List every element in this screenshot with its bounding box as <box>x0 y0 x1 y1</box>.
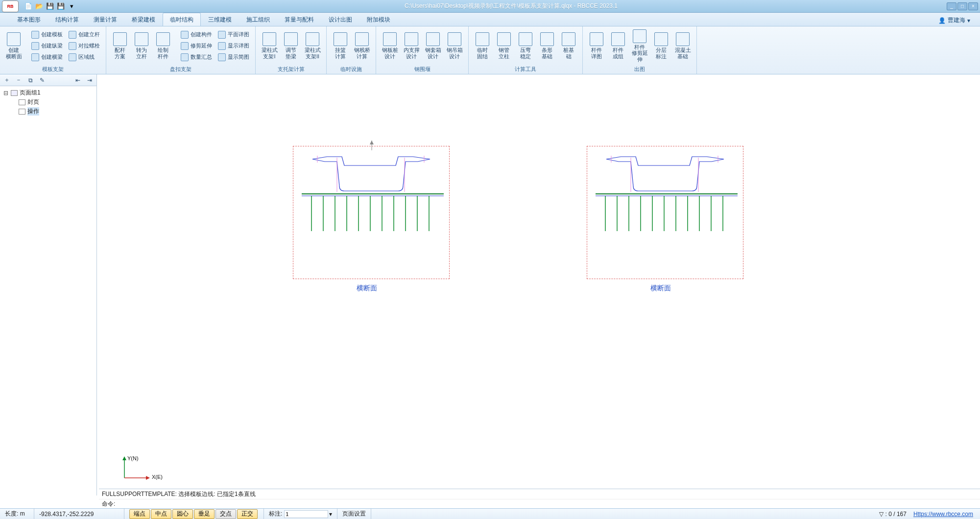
minimize-button[interactable]: _ <box>947 2 956 10</box>
ribbon-btn-6-0[interactable]: 杆件详图 <box>586 28 607 64</box>
small-cap: 显示简图 <box>228 53 249 61</box>
ribbon-icon <box>284 32 298 46</box>
ribbon-btn-1-2[interactable]: 绘制杆件 <box>152 28 174 64</box>
ribbon-small-0-2-0[interactable]: 创建横梁 <box>30 52 64 63</box>
ribbon-cap: 混凝土基础 <box>675 47 691 59</box>
ribbon-btn-4-2[interactable]: 钢套箱设计 <box>422 28 444 64</box>
menu-tab-3[interactable]: 桥梁建模 <box>124 13 163 26</box>
user-menu[interactable]: 👤 曹建海 ▾ <box>934 15 974 26</box>
small-cap: 创建纵梁 <box>41 42 63 49</box>
small-icon <box>218 42 226 50</box>
small-icon <box>218 31 226 39</box>
small-cap: 创建构件 <box>191 31 212 38</box>
save-as-icon[interactable]: 💾 <box>57 2 65 10</box>
ribbon-cap: 创建横断面 <box>6 47 22 59</box>
ribbon-btn-3-0[interactable]: 挂篮计算 <box>330 28 351 64</box>
ribbon-group-4: 钢板桩设计内支撑设计钢套箱设计钢吊箱设计钢围堰 <box>376 26 469 74</box>
small-cap: 创建模板 <box>41 31 63 38</box>
save-icon[interactable]: 💾 <box>46 2 54 10</box>
ribbon-btn-0-0[interactable]: 创建横断面 <box>3 28 24 64</box>
menu-bar: 基本图形结构计算测量计算桥梁建模临时结构三维建模施工组织算量与配料设计出图附加模… <box>0 13 980 26</box>
ribbon-cap: 内支撑设计 <box>404 47 420 59</box>
ribbon-icon <box>676 32 690 46</box>
menu-tab-5[interactable]: 三维建模 <box>201 13 239 26</box>
ribbon-btn-6-4[interactable]: 混凝土基础 <box>672 28 693 64</box>
small-icon <box>69 53 76 61</box>
ribbon-cap: 条形基础 <box>542 47 552 59</box>
ribbon-btn-5-3[interactable]: 条形基础 <box>536 28 558 64</box>
ribbon-small-1-1-0[interactable]: 修剪延伸 <box>180 41 213 51</box>
ribbon-group-label: 临时设施 <box>327 65 376 74</box>
ribbon-btn-5-2[interactable]: 压弯稳定 <box>515 28 536 64</box>
ribbon-btn-2-0[interactable]: 梁柱式支架I <box>259 28 280 64</box>
ribbon-icon <box>306 32 319 46</box>
ribbon-small-0-0-1[interactable]: 创建立杆 <box>68 29 101 40</box>
title-bar: RB 📄 📂 💾 💾 ▾ C:\Users\hai07\Desktop\视频录制… <box>0 0 980 13</box>
close-button[interactable]: × <box>968 2 978 10</box>
ribbon-group-label: 出图 <box>583 65 696 74</box>
small-cap: 平面详图 <box>228 31 249 38</box>
ribbon-btn-6-2[interactable]: 杆件修剪延伸 <box>629 28 650 64</box>
ribbon-icon <box>135 32 148 46</box>
ribbon-group-label: 模板支架 <box>0 65 106 74</box>
ribbon-btn-4-0[interactable]: 钢板桩设计 <box>379 28 401 64</box>
menu-tab-6[interactable]: 施工组织 <box>239 13 277 26</box>
ribbon-btn-6-3[interactable]: 分层标注 <box>650 28 672 64</box>
ribbon-group-1: 配杆方案转为立杆绘制杆件创建构件修剪延伸数量汇总平面详图显示详图显示简图盘扣支架 <box>106 26 256 74</box>
ribbon-cap: 钢吊箱设计 <box>447 47 463 59</box>
new-file-icon[interactable]: 📄 <box>24 2 32 10</box>
open-file-icon[interactable]: 📂 <box>35 2 43 10</box>
ribbon-btn-4-3[interactable]: 钢吊箱设计 <box>444 28 465 64</box>
menu-tab-4[interactable]: 临时结构 <box>163 13 201 26</box>
ribbon-cap: 钢板桩设计 <box>382 47 398 59</box>
ribbon-icon <box>590 32 603 46</box>
ribbon-cap: 杆件成组 <box>613 47 623 59</box>
ribbon-btn-5-0[interactable]: 临时固结 <box>472 28 493 64</box>
ribbon-btn-4-1[interactable]: 内支撑设计 <box>401 28 422 64</box>
small-icon <box>181 31 189 39</box>
ribbon-icon <box>497 32 511 46</box>
ribbon-small-1-0-1[interactable]: 平面详图 <box>217 29 250 40</box>
ribbon-btn-6-1[interactable]: 杆件成组 <box>607 28 629 64</box>
ribbon-btn-3-1[interactable]: 钢栈桥计算 <box>351 28 373 64</box>
ribbon-small-1-2-1[interactable]: 显示简图 <box>217 52 250 63</box>
ribbon-btn-5-1[interactable]: 钢管立柱 <box>493 28 515 64</box>
ribbon-btn-2-1[interactable]: 调节垫梁 <box>280 28 302 64</box>
small-cap: 数量汇总 <box>191 53 212 61</box>
ribbon-small-0-1-0[interactable]: 创建纵梁 <box>30 41 64 51</box>
ribbon-small-0-2-1[interactable]: 区域线 <box>68 52 101 63</box>
ribbon: 创建横断面创建模板创建纵梁创建横梁创建立杆对拉螺栓区域线模板支架配杆方案转为立杆… <box>0 26 980 74</box>
ribbon-small-1-0-0[interactable]: 创建构件 <box>180 29 213 40</box>
ribbon-cap: 临时固结 <box>477 47 488 59</box>
maximize-button[interactable]: □ <box>957 2 967 10</box>
menu-tab-1[interactable]: 结构计算 <box>48 13 86 26</box>
ribbon-group-label: 计算工具 <box>469 65 582 74</box>
ribbon-btn-5-4[interactable]: 桩基础 <box>558 28 579 64</box>
small-icon <box>181 53 189 61</box>
small-icon <box>69 31 76 39</box>
ribbon-cap: 杆件修剪延伸 <box>630 44 649 63</box>
ribbon-icon <box>633 29 646 43</box>
ribbon-small-1-1-1[interactable]: 显示详图 <box>217 41 250 51</box>
ribbon-small-0-1-1[interactable]: 对拉螺栓 <box>68 41 101 51</box>
ribbon-btn-1-1[interactable]: 转为立杆 <box>131 28 152 64</box>
ribbon-btn-1-0[interactable]: 配杆方案 <box>109 28 131 64</box>
ribbon-small-0-0-0[interactable]: 创建模板 <box>30 29 64 40</box>
ribbon-small-1-2-0[interactable]: 数量汇总 <box>180 52 213 63</box>
ribbon-icon <box>540 32 554 46</box>
menu-tab-7[interactable]: 算量与配料 <box>277 13 321 26</box>
ribbon-cap: 调节垫梁 <box>286 47 296 59</box>
ribbon-btn-2-2[interactable]: 梁柱式支架II <box>302 28 323 64</box>
small-icon <box>31 31 39 39</box>
ribbon-cap: 杆件详图 <box>591 47 602 59</box>
menu-tab-2[interactable]: 测量计算 <box>86 13 124 26</box>
ribbon-group-3: 挂篮计算钢栈桥计算临时设施 <box>327 26 376 74</box>
menu-tab-8[interactable]: 设计出图 <box>321 13 359 26</box>
small-icon <box>218 53 226 61</box>
menu-tab-9[interactable]: 附加模块 <box>359 13 398 26</box>
menu-tab-0[interactable]: 基本图形 <box>10 13 48 26</box>
qat-dropdown-icon[interactable]: ▾ <box>68 2 75 10</box>
small-cap: 对拉螺栓 <box>78 42 100 49</box>
small-cap: 创建立杆 <box>78 31 100 38</box>
window-title: C:\Users\hai07\Desktop\视频录制\工程文件\模板系支架计算… <box>75 2 947 10</box>
